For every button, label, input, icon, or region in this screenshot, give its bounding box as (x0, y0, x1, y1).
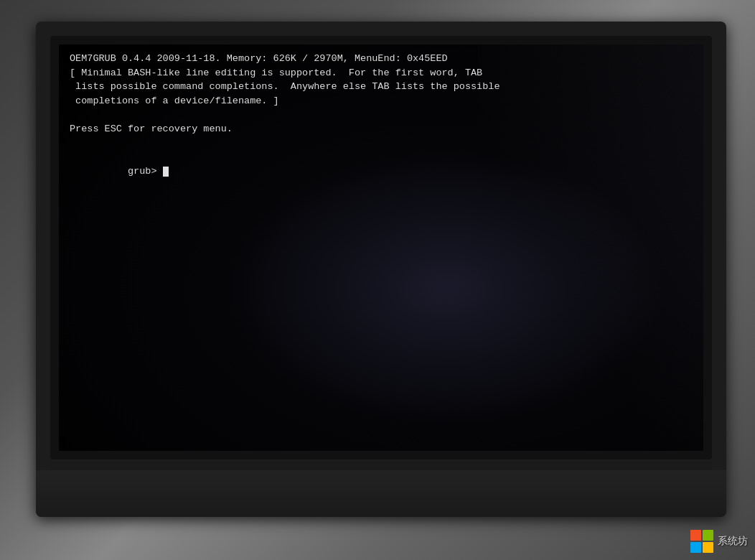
watermark-site: 系统坊 (718, 535, 748, 546)
terminal-prompt: grub> (128, 166, 163, 177)
laptop-base (36, 470, 726, 517)
terminal-empty-2 (70, 136, 693, 150)
terminal-empty-1 (70, 108, 693, 122)
terminal-line-4: completions of a device/filename. ] (70, 94, 693, 108)
terminal-cursor (163, 167, 169, 177)
windows-quad-green (703, 530, 713, 541)
terminal-line-3: lists possible command completions. Anyw… (70, 80, 693, 94)
terminal-output: OEM7GRUB 0.4.4 2009-11-18. Memory: 626K … (70, 52, 693, 192)
windows-quad-red (690, 530, 701, 541)
windows-logo-icon (690, 530, 713, 553)
watermark-text: 系统坊 (718, 535, 748, 548)
terminal-line-1: OEM7GRUB 0.4.4 2009-11-18. Memory: 626K … (70, 52, 693, 66)
terminal-prompt-line: grub> (70, 150, 693, 192)
terminal-line-2: [ Minimal BASH-like line editing is supp… (70, 66, 693, 80)
windows-quad-blue (690, 542, 701, 553)
laptop-body: OEM7GRUB 0.4.4 2009-11-18. Memory: 626K … (36, 22, 726, 517)
laptop-screen: OEM7GRUB 0.4.4 2009-11-18. Memory: 626K … (59, 45, 703, 451)
monitor-bezel: OEM7GRUB 0.4.4 2009-11-18. Memory: 626K … (50, 36, 712, 459)
watermark: 系统坊 (690, 530, 748, 553)
terminal-line-6: Press ESC for recovery menu. (70, 122, 693, 136)
windows-quad-yellow (703, 542, 713, 553)
